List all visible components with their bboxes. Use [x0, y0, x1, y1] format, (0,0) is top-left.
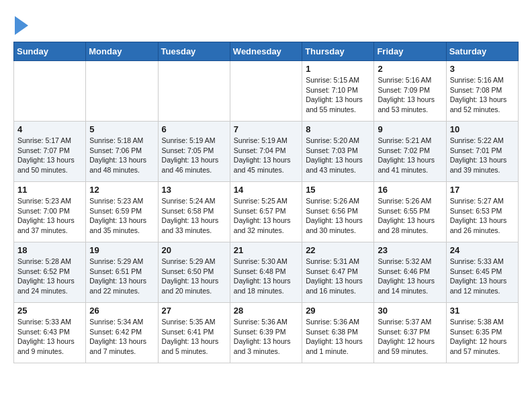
day-number: 18: [17, 245, 82, 255]
calendar-cell: 14Sunrise: 5:25 AM Sunset: 6:57 PM Dayli…: [230, 182, 302, 242]
day-info: Sunrise: 5:30 AM Sunset: 6:48 PM Dayligh…: [234, 257, 298, 296]
calendar-cell: 22Sunrise: 5:31 AM Sunset: 6:47 PM Dayli…: [302, 242, 374, 303]
header-day-thursday: Thursday: [302, 42, 374, 61]
day-number: 30: [378, 306, 442, 316]
day-number: 6: [162, 124, 226, 134]
calendar-cell: 3Sunrise: 5:16 AM Sunset: 7:08 PM Daylig…: [446, 61, 518, 122]
calendar-cell: 6Sunrise: 5:19 AM Sunset: 7:05 PM Daylig…: [158, 122, 230, 182]
day-number: 22: [306, 245, 370, 255]
day-info: Sunrise: 5:29 AM Sunset: 6:50 PM Dayligh…: [162, 257, 226, 296]
day-info: Sunrise: 5:26 AM Sunset: 6:55 PM Dayligh…: [378, 196, 442, 236]
calendar-cell: 4Sunrise: 5:17 AM Sunset: 7:07 PM Daylig…: [14, 122, 86, 182]
header-day-tuesday: Tuesday: [158, 42, 230, 61]
day-number: 16: [378, 185, 442, 195]
day-number: 29: [306, 306, 370, 316]
calendar-cell: 27Sunrise: 5:35 AM Sunset: 6:41 PM Dayli…: [158, 303, 230, 363]
day-number: 21: [234, 245, 298, 255]
day-number: 7: [234, 124, 298, 134]
calendar-cell: 31Sunrise: 5:38 AM Sunset: 6:35 PM Dayli…: [446, 303, 518, 363]
header-day-friday: Friday: [374, 42, 446, 61]
calendar-cell: 17Sunrise: 5:27 AM Sunset: 6:53 PM Dayli…: [446, 182, 518, 242]
day-info: Sunrise: 5:28 AM Sunset: 6:52 PM Dayligh…: [17, 257, 82, 296]
day-info: Sunrise: 5:26 AM Sunset: 6:56 PM Dayligh…: [306, 196, 370, 236]
day-info: Sunrise: 5:20 AM Sunset: 7:03 PM Dayligh…: [306, 136, 370, 175]
calendar-cell: 8Sunrise: 5:20 AM Sunset: 7:03 PM Daylig…: [302, 122, 374, 182]
calendar-cell: 7Sunrise: 5:19 AM Sunset: 7:04 PM Daylig…: [230, 122, 302, 182]
day-info: Sunrise: 5:19 AM Sunset: 7:04 PM Dayligh…: [234, 136, 298, 175]
page-header: [13, 13, 519, 35]
day-info: Sunrise: 5:27 AM Sunset: 6:53 PM Dayligh…: [450, 196, 515, 236]
calendar-week-5: 25Sunrise: 5:33 AM Sunset: 6:43 PM Dayli…: [14, 303, 519, 363]
calendar-body: 1Sunrise: 5:15 AM Sunset: 7:10 PM Daylig…: [14, 61, 519, 363]
calendar-cell: 16Sunrise: 5:26 AM Sunset: 6:55 PM Dayli…: [374, 182, 446, 242]
day-info: Sunrise: 5:24 AM Sunset: 6:58 PM Dayligh…: [162, 196, 226, 236]
logo-arrow-icon: [15, 16, 28, 35]
day-number: 20: [162, 245, 226, 255]
calendar-cell: 18Sunrise: 5:28 AM Sunset: 6:52 PM Dayli…: [14, 242, 86, 303]
header-day-wednesday: Wednesday: [230, 42, 302, 61]
calendar-header: SundayMondayTuesdayWednesdayThursdayFrid…: [14, 42, 519, 61]
header-row: SundayMondayTuesdayWednesdayThursdayFrid…: [14, 42, 519, 61]
day-info: Sunrise: 5:23 AM Sunset: 7:00 PM Dayligh…: [17, 196, 82, 236]
calendar-week-3: 11Sunrise: 5:23 AM Sunset: 7:00 PM Dayli…: [14, 182, 519, 242]
day-info: Sunrise: 5:37 AM Sunset: 6:37 PM Dayligh…: [378, 317, 442, 357]
calendar-cell: 2Sunrise: 5:16 AM Sunset: 7:09 PM Daylig…: [374, 61, 446, 122]
calendar-cell: 9Sunrise: 5:21 AM Sunset: 7:02 PM Daylig…: [374, 122, 446, 182]
day-info: Sunrise: 5:33 AM Sunset: 6:43 PM Dayligh…: [17, 317, 82, 357]
logo: [13, 13, 28, 35]
day-number: 3: [450, 64, 515, 74]
day-info: Sunrise: 5:15 AM Sunset: 7:10 PM Dayligh…: [306, 75, 370, 115]
day-info: Sunrise: 5:33 AM Sunset: 6:45 PM Dayligh…: [450, 257, 515, 296]
day-info: Sunrise: 5:16 AM Sunset: 7:09 PM Dayligh…: [378, 75, 442, 115]
day-info: Sunrise: 5:22 AM Sunset: 7:01 PM Dayligh…: [450, 136, 515, 175]
day-info: Sunrise: 5:16 AM Sunset: 7:08 PM Dayligh…: [450, 75, 515, 115]
day-info: Sunrise: 5:23 AM Sunset: 6:59 PM Dayligh…: [89, 196, 154, 236]
calendar-cell: 29Sunrise: 5:36 AM Sunset: 6:38 PM Dayli…: [302, 303, 374, 363]
header-day-sunday: Sunday: [14, 42, 86, 61]
calendar-cell: 10Sunrise: 5:22 AM Sunset: 7:01 PM Dayli…: [446, 122, 518, 182]
calendar-cell: [14, 61, 86, 122]
day-info: Sunrise: 5:19 AM Sunset: 7:05 PM Dayligh…: [162, 136, 226, 175]
day-number: 11: [17, 185, 82, 195]
day-info: Sunrise: 5:17 AM Sunset: 7:07 PM Dayligh…: [17, 136, 82, 175]
day-info: Sunrise: 5:35 AM Sunset: 6:41 PM Dayligh…: [162, 317, 226, 357]
day-number: 2: [378, 64, 442, 74]
day-number: 23: [378, 245, 442, 255]
day-number: 14: [234, 185, 298, 195]
day-info: Sunrise: 5:25 AM Sunset: 6:57 PM Dayligh…: [234, 196, 298, 236]
calendar-cell: [86, 61, 158, 122]
calendar-cell: 1Sunrise: 5:15 AM Sunset: 7:10 PM Daylig…: [302, 61, 374, 122]
calendar-week-4: 18Sunrise: 5:28 AM Sunset: 6:52 PM Dayli…: [14, 242, 519, 303]
day-info: Sunrise: 5:34 AM Sunset: 6:42 PM Dayligh…: [89, 317, 154, 357]
day-number: 24: [450, 245, 515, 255]
day-number: 25: [17, 306, 82, 316]
calendar-cell: 26Sunrise: 5:34 AM Sunset: 6:42 PM Dayli…: [86, 303, 158, 363]
header-day-monday: Monday: [86, 42, 158, 61]
calendar-week-1: 1Sunrise: 5:15 AM Sunset: 7:10 PM Daylig…: [14, 61, 519, 122]
calendar-cell: 20Sunrise: 5:29 AM Sunset: 6:50 PM Dayli…: [158, 242, 230, 303]
calendar-week-2: 4Sunrise: 5:17 AM Sunset: 7:07 PM Daylig…: [14, 122, 519, 182]
calendar-table: SundayMondayTuesdayWednesdayThursdayFrid…: [13, 42, 519, 363]
day-info: Sunrise: 5:36 AM Sunset: 6:38 PM Dayligh…: [306, 317, 370, 357]
day-number: 28: [234, 306, 298, 316]
calendar-cell: 19Sunrise: 5:29 AM Sunset: 6:51 PM Dayli…: [86, 242, 158, 303]
calendar-cell: 23Sunrise: 5:32 AM Sunset: 6:46 PM Dayli…: [374, 242, 446, 303]
day-info: Sunrise: 5:21 AM Sunset: 7:02 PM Dayligh…: [378, 136, 442, 175]
calendar-cell: 5Sunrise: 5:18 AM Sunset: 7:06 PM Daylig…: [86, 122, 158, 182]
day-info: Sunrise: 5:29 AM Sunset: 6:51 PM Dayligh…: [89, 257, 154, 296]
day-number: 27: [162, 306, 226, 316]
calendar-cell: 28Sunrise: 5:36 AM Sunset: 6:39 PM Dayli…: [230, 303, 302, 363]
day-number: 19: [89, 245, 154, 255]
day-number: 4: [17, 124, 82, 134]
calendar-cell: [158, 61, 230, 122]
day-number: 10: [450, 124, 515, 134]
day-number: 17: [450, 185, 515, 195]
day-number: 15: [306, 185, 370, 195]
calendar-cell: 21Sunrise: 5:30 AM Sunset: 6:48 PM Dayli…: [230, 242, 302, 303]
calendar-cell: 13Sunrise: 5:24 AM Sunset: 6:58 PM Dayli…: [158, 182, 230, 242]
day-number: 26: [89, 306, 154, 316]
day-number: 8: [306, 124, 370, 134]
calendar-cell: 30Sunrise: 5:37 AM Sunset: 6:37 PM Dayli…: [374, 303, 446, 363]
day-info: Sunrise: 5:38 AM Sunset: 6:35 PM Dayligh…: [450, 317, 515, 357]
day-number: 9: [378, 124, 442, 134]
